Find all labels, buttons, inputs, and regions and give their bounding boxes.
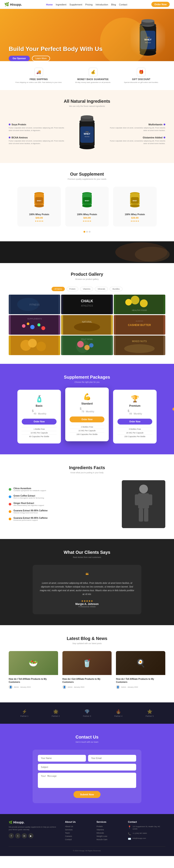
footer-link-about[interactable]: About Us [65, 825, 90, 828]
gallery-item-6: ALMONDCASHEW BUTTER [114, 315, 165, 335]
svg-rect-40 [63, 294, 111, 314]
leaf-icon: 🌿 [4, 2, 9, 7]
nav-intro[interactable]: Introduction [96, 3, 108, 6]
submit-button[interactable]: Submit Now [73, 791, 101, 798]
gallery-item-4: SUPPLEMENTS [9, 315, 60, 335]
testimonial-card: ❝ Lorem sit amet, consectetur adipiscing… [33, 565, 141, 614]
svg-point-46 [140, 300, 148, 307]
blog-image-2: 🥤 [62, 651, 112, 675]
svg-rect-79 [139, 508, 143, 522]
gallery-item-7 [9, 336, 60, 355]
hero-buttons: Our Sponsor Learn More [9, 56, 102, 61]
premium-order-button[interactable]: Order Now [117, 418, 152, 425]
message-textarea[interactable] [38, 773, 136, 788]
nav-contact[interactable]: Contact [119, 3, 127, 6]
filter-protein[interactable]: Protein [67, 287, 78, 291]
testimonials-title: What Our Clients Says [9, 550, 165, 555]
footer-link-services[interactable]: Services [65, 829, 90, 831]
packages-subtitle: Choose the right plan for you [9, 381, 165, 383]
footer-link-careers[interactable]: Careers [65, 835, 90, 837]
footer-link-vitamins[interactable]: Vitamins [97, 829, 121, 831]
filter-all[interactable]: All Items [51, 287, 65, 291]
facts-image [122, 480, 165, 528]
svg-point-53 [41, 326, 45, 330]
footer: 🌿 Hisupp. We provide premium quality sup… [0, 814, 174, 856]
youtube-icon[interactable]: ▶ [28, 833, 34, 838]
filter-minerals[interactable]: Minerals [95, 287, 108, 291]
partner-icon-3: 💎 [83, 709, 91, 714]
svg-rect-78 [148, 494, 152, 505]
filter-bundles[interactable]: Bundles [110, 287, 123, 291]
partner-icon-2: 🌟 [51, 709, 60, 714]
svg-point-64 [36, 342, 46, 351]
gallery-subtitle: Browse our product gallery [9, 278, 165, 280]
ingredient-soya-name: Soya Protein [9, 123, 65, 126]
footer-link-muscle[interactable]: Muscle Gain [97, 838, 121, 841]
feature-discount: 🎁 GIFT DISCOUNT Special discounts on gif… [124, 68, 159, 84]
partner-3: 💎 Partner 3 [83, 709, 91, 717]
hero-section: Build Your Perfect Body With Us Our Spon… [0, 9, 174, 61]
svg-point-18 [81, 115, 93, 119]
nav-ingredient[interactable]: Ingredient [56, 3, 66, 6]
nav-blog[interactable]: Blog [111, 3, 116, 6]
dot-1[interactable] [83, 231, 85, 232]
email-input[interactable] [88, 755, 136, 762]
partner-2: 🌟 Partner 2 [51, 709, 60, 717]
supplement-card-3: WHEY 100% Whey Protein $39.99 ★★★★★ [113, 187, 156, 226]
svg-text:MIXED NUTS: MIXED NUTS [132, 340, 147, 342]
dot-2[interactable] [86, 231, 88, 232]
basic-feature-1: 1 Bottle Free [22, 427, 57, 431]
name-input[interactable] [38, 755, 86, 762]
packages-section: Supplement Packages Choose the right pla… [0, 364, 174, 454]
svg-point-51 [30, 325, 35, 329]
partner-5: ⭐ Partner 5 [145, 709, 153, 717]
twitter-icon[interactable]: t [15, 833, 21, 838]
supplements-section: Our Supplement Premium quality supplemen… [0, 163, 174, 241]
shipping-icon: 🚚 [34, 68, 43, 76]
svg-text:ATHLETICS: ATHLETICS [81, 305, 93, 307]
hero-sponsor-button[interactable]: Our Sponsor [9, 56, 30, 61]
footer-brand: 🌿 Hisupp. We provide premium quality sup… [9, 820, 59, 842]
blog-date-2: January 2024 [74, 686, 84, 688]
testimonials-subtitle: Real stories from real customers [9, 556, 165, 558]
svg-point-12 [79, 145, 95, 149]
basic-price: $49 Monthly [22, 409, 57, 416]
order-now-button[interactable]: Order Now [151, 2, 170, 7]
blog-avatar-2: 👤 [62, 685, 66, 689]
nav-home[interactable]: Home [46, 3, 53, 6]
author-title: Professional Athlete [39, 606, 135, 608]
rating-stars: ★★★★★ [39, 599, 135, 602]
standard-name: Standard [70, 402, 104, 405]
gallery-item-9: MIXED NUTS [114, 336, 165, 355]
subject-input[interactable] [38, 764, 136, 771]
hero-learn-button[interactable]: Learn More [32, 56, 50, 61]
blog-content-3: How do I Tell Affiliate Products to My C… [116, 675, 165, 691]
hero-content: Build Your Perfect Body With Us Our Spon… [9, 45, 102, 61]
ingredients-left: Soya Protein Funiur vulputate dolor sit … [9, 123, 65, 145]
dot-3[interactable] [89, 231, 91, 232]
premium-feature-1: 3 Bottles Free [117, 427, 152, 431]
footer-link-contact[interactable]: Contact [65, 838, 90, 841]
instagram-icon[interactable]: in [22, 833, 27, 838]
facts-section: Ingredients Facts Know what you're putti… [0, 454, 174, 539]
package-cards: 🧴 Basic $49 Monthly Order Now 1 Bottle F… [9, 390, 165, 443]
discount-icon: 🎁 [137, 68, 145, 76]
footer-link-weight[interactable]: Weight Loss [97, 835, 121, 837]
filter-vitamins[interactable]: Vitamins [80, 287, 93, 291]
glutamine-dot [164, 137, 165, 138]
nav-pricing[interactable]: Pricing [85, 3, 93, 6]
footer-link-protein[interactable]: Protein [97, 825, 121, 828]
facebook-icon[interactable]: f [9, 833, 14, 838]
nav-supplement[interactable]: Supplement [69, 3, 82, 6]
brand-logo[interactable]: 🌿 Hisupp. [4, 2, 22, 7]
footer-link-team[interactable]: Team [65, 832, 90, 834]
standard-order-button[interactable]: Order Now [70, 416, 104, 422]
basic-order-button[interactable]: Order Now [22, 418, 57, 425]
phone-text: +1 (234) 567-8900 [133, 832, 147, 835]
fact-dot-3 [9, 503, 11, 505]
fact-text-4: Guarana Extract 90-95% Caffeine Natural … [13, 509, 48, 514]
footer-link-minerals[interactable]: Minerals [97, 832, 121, 834]
feature-shipping: 🚚 FREE SHIPPING Free shipping on orders … [15, 68, 62, 84]
svg-point-9 [141, 19, 154, 23]
packages-title: Supplement Packages [9, 375, 165, 380]
